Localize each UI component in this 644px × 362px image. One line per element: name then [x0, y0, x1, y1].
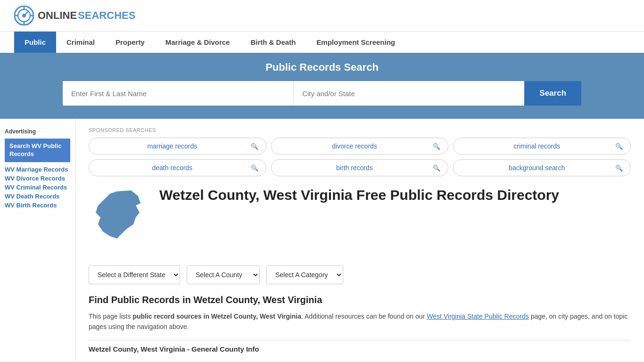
county-title: Wetzel County, West Virginia Free Public… — [159, 187, 559, 204]
sidebar: Advertising Search WV Public Records WV … — [0, 119, 75, 362]
sponsored-marriage: marriage records 🔍 — [89, 138, 266, 155]
find-state-link[interactable]: West Virginia State Public Records — [427, 313, 529, 320]
category-dropdown-wrap: Select A Category — [266, 265, 343, 284]
sponsored-birth-link[interactable]: birth records — [279, 164, 430, 172]
svg-point-7 — [22, 14, 26, 17]
general-info-title: Wetzel County, West Virginia - General C… — [89, 345, 631, 353]
hero-section: Public Records Search Search — [0, 53, 644, 119]
sidebar-wv-divorce[interactable]: WV Divorce Records — [5, 175, 70, 182]
section-divider — [89, 340, 631, 340]
sponsored-criminal-link[interactable]: criminal records — [461, 142, 612, 150]
nav-criminal[interactable]: Criminal — [56, 32, 105, 53]
site-header: ONLINE SEARCHES — [0, 0, 644, 31]
county-section: Wetzel County, West Virginia Free Public… — [89, 187, 631, 254]
county-title-wrap: Wetzel County, West Virginia Free Public… — [159, 187, 559, 204]
logo[interactable]: ONLINE SEARCHES — [14, 6, 135, 25]
sidebar-ad-label: Advertising — [5, 128, 70, 135]
sidebar-wv-marriage[interactable]: WV Marriage Records — [5, 166, 70, 173]
county-dropdown-wrap: Select A County — [187, 265, 260, 284]
search-icon-1: 🔍 — [251, 143, 258, 150]
sponsored-divorce-link[interactable]: divorce records — [279, 142, 430, 150]
sponsored-grid: marriage records 🔍 divorce records 🔍 cri… — [89, 138, 631, 176]
find-paragraph: This page lists public record sources in… — [89, 311, 631, 332]
find-bold: public record sources in Wetzel County, … — [132, 313, 301, 320]
find-text-after-bold: . Additional resources can be found on o… — [301, 313, 427, 320]
hero-title: Public Records Search — [14, 61, 630, 74]
sidebar-wv-death[interactable]: WV Death Records — [5, 193, 70, 200]
sponsored-marriage-link[interactable]: marriage records — [97, 142, 248, 150]
sponsored-death-link[interactable]: death records — [97, 164, 248, 172]
state-dropdown-wrap: Select a Different State — [89, 265, 180, 284]
search-icon-3: 🔍 — [615, 143, 623, 150]
sponsored-birth: birth records 🔍 — [271, 159, 449, 176]
sidebar-ad-link[interactable]: Search WV Public Records — [5, 139, 70, 162]
sponsored-criminal: criminal records 🔍 — [453, 138, 631, 155]
nav-birth-death[interactable]: Birth & Death — [240, 32, 306, 53]
logo-icon — [14, 6, 34, 25]
sponsored-label: SPONSORED SEARCHES — [89, 127, 631, 133]
sponsored-divorce: divorce records 🔍 — [271, 138, 449, 155]
search-icon-6: 🔍 — [615, 165, 623, 172]
main-nav: Public Criminal Property Marriage & Divo… — [0, 31, 644, 53]
search-icon-2: 🔍 — [433, 143, 440, 150]
search-button[interactable]: Search — [524, 81, 581, 106]
search-icon-5: 🔍 — [433, 165, 440, 172]
wv-map-svg — [89, 187, 150, 253]
location-input[interactable] — [294, 81, 524, 106]
county-dropdown[interactable]: Select A County — [187, 265, 260, 284]
category-dropdown[interactable]: Select A Category — [266, 265, 343, 284]
logo-searches: SEARCHES — [78, 9, 135, 22]
logo-online: ONLINE — [38, 9, 77, 22]
state-dropdown[interactable]: Select a Different State — [89, 265, 180, 284]
sponsored-background-link[interactable]: background search — [461, 164, 612, 172]
find-text-before: This page lists — [89, 313, 132, 320]
logo-text: ONLINE SEARCHES — [38, 9, 135, 22]
sponsored-death: death records 🔍 — [89, 159, 266, 176]
search-icon-4: 🔍 — [251, 165, 258, 172]
nav-property[interactable]: Property — [105, 32, 155, 53]
sidebar-wv-criminal[interactable]: WV Criminal Records — [5, 184, 70, 191]
dropdowns-row: Select a Different State Select A County… — [89, 265, 631, 284]
main-content: SPONSORED SEARCHES marriage records 🔍 di… — [75, 119, 644, 362]
sponsored-background: background search 🔍 — [453, 159, 631, 176]
nav-marriage-divorce[interactable]: Marriage & Divorce — [155, 32, 240, 53]
nav-public[interactable]: Public — [14, 32, 56, 53]
nav-employment[interactable]: Employment Screening — [306, 32, 405, 53]
state-map — [89, 187, 150, 254]
name-input[interactable] — [63, 81, 294, 106]
find-title: Find Public Records in Wetzel County, We… — [89, 295, 631, 305]
search-bar: Search — [63, 81, 581, 106]
sidebar-wv-birth[interactable]: WV Birth Records — [5, 202, 70, 209]
main-wrap: Advertising Search WV Public Records WV … — [0, 119, 644, 362]
